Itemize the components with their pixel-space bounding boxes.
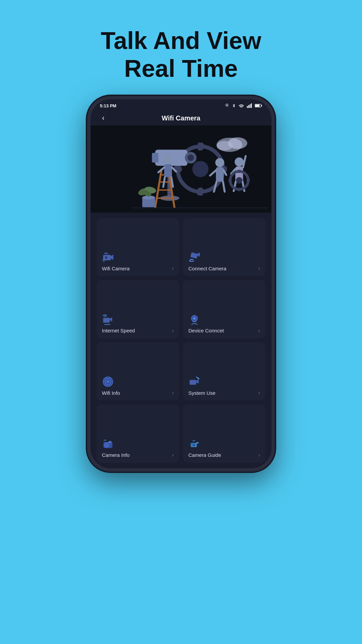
svg-marker-70 bbox=[110, 317, 112, 321]
svg-rect-79 bbox=[190, 380, 196, 385]
menu-item-camera-info[interactable]: Camera Info › bbox=[97, 405, 179, 463]
svg-rect-24 bbox=[152, 153, 158, 162]
camera-info-label: Camera Info bbox=[102, 452, 130, 458]
system-use-chevron: › bbox=[258, 390, 260, 396]
phone-wrapper: 5:13 PM ‹ Wifi Camera bbox=[87, 96, 275, 472]
camera-info-icon bbox=[102, 438, 114, 450]
svg-rect-69 bbox=[103, 318, 110, 322]
wifi-camera-icon bbox=[102, 251, 114, 263]
screen-title: Wifi Camera bbox=[162, 114, 200, 122]
svg-rect-45 bbox=[216, 167, 224, 181]
svg-rect-1 bbox=[248, 105, 249, 108]
svg-rect-61 bbox=[229, 179, 232, 181]
bluetooth-icon bbox=[232, 103, 236, 108]
wifi-icon bbox=[239, 104, 244, 108]
menu-grid: Wifi Camera › Connect Camera › bbox=[90, 213, 272, 468]
svg-point-83 bbox=[106, 444, 108, 446]
svg-point-65 bbox=[105, 256, 107, 259]
status-icons bbox=[225, 103, 262, 108]
camera-guide-icon bbox=[188, 438, 200, 450]
menu-item-device-connect[interactable]: Device Conncet › bbox=[183, 280, 265, 338]
menu-item-wifi-camera[interactable]: Wifi Camera › bbox=[97, 218, 179, 276]
svg-marker-80 bbox=[196, 379, 198, 384]
device-connect-icon bbox=[188, 314, 200, 326]
svg-rect-3 bbox=[251, 103, 252, 108]
system-use-icon bbox=[188, 376, 200, 388]
status-bar: 5:13 PM bbox=[90, 99, 272, 111]
svg-rect-60 bbox=[247, 179, 250, 181]
camera-guide-label: Camera Guide bbox=[188, 452, 221, 458]
svg-point-38 bbox=[163, 154, 173, 164]
hero-illustration bbox=[90, 125, 272, 213]
device-connect-chevron: › bbox=[258, 328, 260, 334]
signal-icon bbox=[247, 103, 252, 108]
svg-marker-68 bbox=[197, 252, 200, 257]
hero-image bbox=[90, 125, 272, 213]
wifi-camera-label: Wifi Camera bbox=[102, 266, 130, 271]
svg-point-10 bbox=[217, 141, 233, 151]
svg-point-77 bbox=[107, 380, 109, 383]
svg-rect-59 bbox=[238, 188, 241, 191]
wifi-camera-chevron: › bbox=[172, 265, 174, 271]
svg-point-50 bbox=[235, 157, 244, 166]
internet-speed-chevron: › bbox=[172, 328, 174, 334]
alarm-icon bbox=[225, 103, 229, 108]
svg-rect-84 bbox=[109, 441, 112, 443]
svg-point-89 bbox=[193, 444, 194, 445]
phone-frame: 5:13 PM ‹ Wifi Camera bbox=[87, 96, 275, 472]
svg-rect-0 bbox=[247, 106, 248, 108]
connect-camera-chevron: › bbox=[258, 265, 260, 271]
page-title: Talk And View Real Time bbox=[101, 27, 261, 83]
svg-rect-86 bbox=[190, 443, 192, 445]
connect-camera-icon bbox=[188, 251, 200, 263]
menu-item-connect-camera[interactable]: Connect Camera › bbox=[183, 218, 265, 276]
camera-info-chevron: › bbox=[172, 452, 174, 458]
back-button[interactable]: ‹ bbox=[97, 112, 109, 124]
device-connect-label: Device Conncet bbox=[188, 328, 224, 333]
svg-point-66 bbox=[103, 260, 105, 262]
menu-item-internet-speed[interactable]: Internet Speed › bbox=[97, 280, 179, 338]
menu-item-wifi-info[interactable]: Wifi Info › bbox=[97, 342, 179, 401]
system-use-label: System Use bbox=[188, 390, 216, 396]
internet-speed-icon bbox=[102, 314, 114, 326]
svg-point-12 bbox=[192, 161, 208, 177]
connect-camera-label: Connect Camera bbox=[188, 266, 226, 271]
camera-guide-chevron: › bbox=[258, 452, 260, 458]
svg-rect-2 bbox=[250, 104, 251, 108]
svg-rect-39 bbox=[164, 164, 172, 177]
menu-item-camera-guide[interactable]: Camera Guide › bbox=[183, 405, 265, 463]
top-bar: ‹ Wifi Camera bbox=[90, 111, 272, 125]
svg-rect-58 bbox=[238, 170, 241, 173]
battery-icon bbox=[255, 104, 262, 108]
svg-point-44 bbox=[215, 158, 224, 167]
wifi-info-label: Wifi Info bbox=[102, 390, 120, 396]
svg-rect-67 bbox=[190, 252, 198, 259]
svg-rect-5 bbox=[255, 105, 259, 107]
internet-speed-label: Internet Speed bbox=[102, 328, 135, 333]
svg-point-74 bbox=[194, 318, 195, 319]
menu-item-system-use[interactable]: System Use › bbox=[183, 342, 265, 401]
svg-point-26 bbox=[187, 154, 194, 161]
wifi-info-chevron: › bbox=[172, 390, 174, 396]
status-time: 5:13 PM bbox=[100, 103, 116, 108]
svg-rect-6 bbox=[261, 105, 262, 106]
wifi-info-icon bbox=[102, 376, 114, 388]
svg-rect-87 bbox=[196, 442, 198, 443]
svg-marker-64 bbox=[111, 255, 113, 260]
svg-point-57 bbox=[236, 177, 242, 183]
